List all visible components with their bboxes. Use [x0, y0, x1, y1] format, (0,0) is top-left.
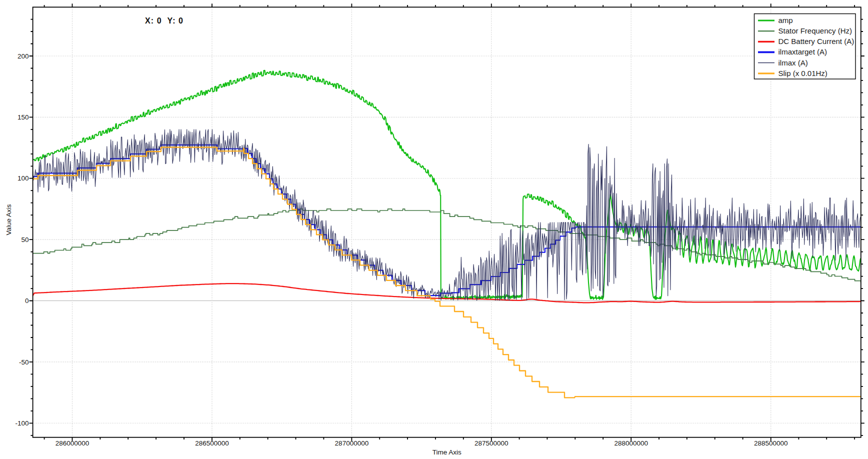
svg-text:Stator Frequency (Hz): Stator Frequency (Hz)	[778, 26, 852, 35]
svg-text:amp: amp	[778, 16, 793, 24]
svg-text:287000000: 287000000	[335, 440, 369, 447]
svg-text:288500000: 288500000	[754, 440, 788, 447]
svg-text:200: 200	[18, 52, 29, 60]
svg-text:Time Axis: Time Axis	[432, 448, 462, 456]
svg-text:287500000: 287500000	[474, 440, 508, 447]
svg-text:286000000: 286000000	[56, 440, 90, 447]
svg-text:ilmaxtarget (A): ilmaxtarget (A)	[778, 48, 828, 56]
svg-text:DC Battery Current (A): DC Battery Current (A)	[778, 37, 854, 46]
svg-text:Value Axis: Value Axis	[5, 204, 12, 235]
svg-text:286500000: 286500000	[195, 440, 229, 447]
svg-text:50: 50	[21, 236, 28, 244]
svg-text:-50: -50	[19, 358, 29, 366]
svg-text:0: 0	[25, 297, 29, 304]
svg-text:150: 150	[18, 114, 29, 121]
svg-text:288000000: 288000000	[614, 440, 648, 447]
svg-text:ilmax (A): ilmax (A)	[778, 58, 808, 67]
svg-text:X: 0 Y: 0: X: 0 Y: 0	[145, 16, 184, 25]
svg-text:-100: -100	[15, 420, 28, 427]
svg-text:100: 100	[18, 174, 29, 182]
svg-text:Slip (x 0.01Hz): Slip (x 0.01Hz)	[778, 69, 828, 78]
